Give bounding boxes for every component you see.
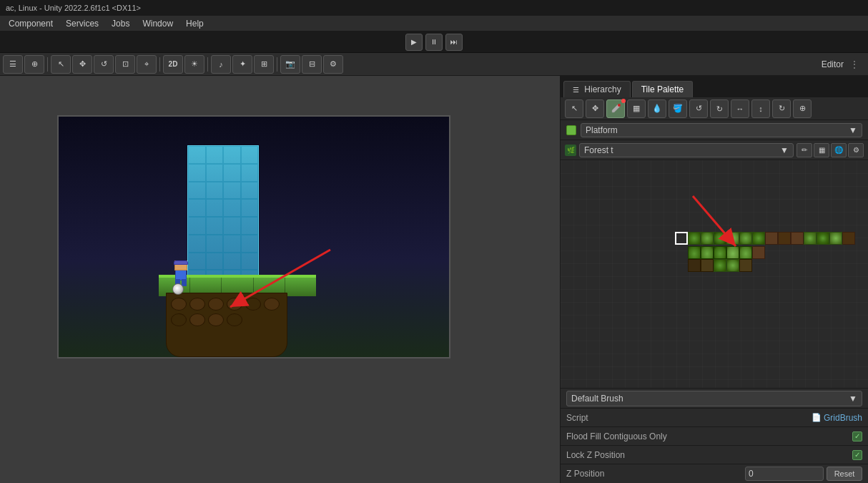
reset-button[interactable]: Reset — [827, 467, 862, 481]
tile-cell[interactable] — [791, 232, 804, 245]
editor-panel — [0, 76, 561, 483]
brush-area: Default Brush ▼ Script 📄 GridBrush Flood… — [561, 388, 868, 483]
fbtn-globe[interactable]: 🌐 — [831, 143, 847, 157]
fbtn-edit[interactable]: ✏ — [797, 143, 812, 157]
title-bar: ac, Linux - Unity 2022.2.6f1c1 <DX11> — [0, 0, 868, 16]
game-background — [59, 117, 449, 357]
tile-cell[interactable] — [739, 259, 752, 272]
menu-help[interactable]: Help — [180, 17, 209, 30]
tool-grid[interactable]: ⊞ — [254, 55, 274, 74]
flood-fill-label: Flood Fill Contiguous Only — [566, 431, 852, 441]
platform-arrow: ▼ — [849, 125, 857, 135]
tile-grid[interactable] — [561, 160, 868, 388]
editor-dots[interactable]: ⋮ — [849, 59, 859, 70]
z-pos-input[interactable] — [745, 467, 824, 481]
flood-fill-row: Flood Fill Contiguous Only ✓ — [561, 427, 868, 446]
script-icon: 📄 — [812, 413, 822, 422]
tool-gizmos[interactable]: ⚙ — [323, 55, 343, 74]
menu-window[interactable]: Window — [137, 17, 179, 30]
main-area: ☰ Hierarchy Tile Palette ↖ ✥ ▦ 💧 🪣 ↺ ↺ — [0, 76, 868, 483]
ptool-cursor[interactable]: ↖ — [565, 99, 583, 118]
script-value[interactable]: 📄 GridBrush — [812, 413, 862, 423]
tile-cell[interactable] — [701, 259, 714, 272]
pause-button[interactable]: ⏸ — [425, 34, 443, 51]
tile-cell[interactable] — [778, 232, 791, 245]
forest-dropdown[interactable]: Forest t ▼ — [579, 143, 794, 157]
tile-cell[interactable] — [817, 232, 829, 245]
z-pos-label: Z Position — [566, 469, 742, 479]
forest-row: 🌿 Forest t ▼ ✏ ▦ 🌐 ⚙ — [561, 140, 868, 160]
tool-camera[interactable]: 📷 — [280, 55, 300, 74]
brush-arrow: ▼ — [849, 394, 857, 404]
ptool-undo[interactable]: ↺ — [689, 99, 708, 118]
menu-services[interactable]: Services — [60, 17, 104, 30]
right-panel: ☰ Hierarchy Tile Palette ↖ ✥ ▦ 💧 🪣 ↺ ↺ — [561, 76, 868, 483]
tool-audio[interactable]: ♪ — [211, 55, 231, 74]
ptool-box[interactable]: ▦ — [627, 99, 646, 118]
fbtn-settings[interactable]: ⚙ — [848, 143, 864, 157]
tile-cell[interactable] — [726, 259, 739, 272]
tile-cell[interactable] — [842, 232, 855, 245]
brush-dropdown[interactable]: Default Brush ▼ — [566, 391, 862, 406]
forest-buttons: ✏ ▦ 🌐 ⚙ — [797, 143, 864, 157]
ptool-paint[interactable] — [606, 99, 625, 118]
ptool-move[interactable]: ✥ — [586, 99, 604, 118]
tile-cell[interactable] — [765, 232, 778, 245]
fbtn-grid[interactable]: ▦ — [814, 143, 829, 157]
tool-layers[interactable]: ⊟ — [302, 55, 322, 74]
forest-arrow: ▼ — [780, 145, 789, 155]
tool-move[interactable]: ⊕ — [24, 55, 44, 74]
platform-dropdown[interactable]: Platform ▼ — [581, 123, 862, 137]
tool-rotate[interactable]: ↺ — [94, 55, 114, 74]
ptool-grid[interactable]: ⊕ — [793, 99, 812, 118]
tile-cell[interactable] — [829, 232, 842, 245]
menu-jobs[interactable]: Jobs — [106, 17, 135, 30]
brush-row: Default Brush ▼ — [561, 389, 868, 409]
tool-hand[interactable]: ☰ — [3, 55, 23, 74]
flood-fill-checkbox[interactable]: ✓ — [852, 431, 862, 441]
forest-label: Forest t — [584, 145, 613, 155]
ptool-rotate[interactable]: ↻ — [772, 99, 791, 118]
tool-2d[interactable]: 2D — [163, 55, 183, 74]
brush-label: Default Brush — [571, 394, 623, 404]
tile-cell[interactable] — [804, 232, 817, 245]
svg-line-5 — [693, 196, 736, 246]
character-sprite — [169, 260, 192, 289]
tool-cursor[interactable]: ↖ — [51, 55, 71, 74]
tool-scale[interactable]: ⊡ — [115, 55, 135, 74]
ptool-redo[interactable]: ↺ — [710, 99, 729, 118]
right-tabs: ☰ Hierarchy Tile Palette — [561, 76, 868, 97]
script-row: Script 📄 GridBrush — [561, 409, 868, 427]
lock-z-row: Lock Z Position ✓ — [561, 446, 868, 464]
tool-effects[interactable]: ✦ — [232, 55, 252, 74]
lock-z-checkbox[interactable]: ✓ — [852, 450, 862, 460]
svg-point-2 — [618, 104, 621, 107]
tool-lighting[interactable]: ☀ — [184, 55, 204, 74]
red-arrow-palette — [671, 189, 757, 260]
play-button[interactable]: ▶ — [405, 34, 423, 51]
menu-bar: Component Services Jobs Window Help — [0, 16, 868, 31]
menu-component[interactable]: Component — [3, 17, 59, 30]
platform-row: Platform ▼ — [561, 120, 868, 140]
z-position-row: Z Position Reset — [561, 464, 868, 483]
step-button[interactable]: ⏭ — [445, 34, 463, 51]
ptool-picker[interactable]: 💧 — [648, 99, 666, 118]
tile-cell[interactable] — [688, 259, 701, 272]
tool-transform[interactable]: ⌖ — [137, 55, 157, 74]
script-label: Script — [566, 413, 812, 423]
tile-cell[interactable] — [714, 259, 726, 272]
ptool-flip-v[interactable]: ↕ — [751, 99, 770, 118]
title-text: ac, Linux - Unity 2022.2.6f1c1 <DX11> — [6, 4, 141, 12]
playback-bar: ▶ ⏸ ⏭ — [0, 31, 868, 53]
tool-pan[interactable]: ✥ — [72, 55, 92, 74]
toolbar: ☰ ⊕ ↖ ✥ ↺ ⊡ ⌖ 2D ☀ ♪ ✦ ⊞ 📷 ⊟ ⚙ Editor ⋮ — [0, 53, 868, 76]
forest-icon: 🌿 — [565, 145, 576, 156]
ptool-flip-h[interactable]: ↔ — [731, 99, 749, 118]
toolbar-separator-3 — [207, 57, 208, 72]
game-view — [57, 115, 450, 358]
tab-tile-palette[interactable]: Tile Palette — [632, 81, 694, 97]
tab-hierarchy-label: Hierarchy — [584, 84, 621, 94]
ptool-fill[interactable]: 🪣 — [669, 99, 687, 118]
tab-hierarchy[interactable]: ☰ Hierarchy — [563, 81, 631, 97]
red-arrow-game — [216, 243, 345, 314]
